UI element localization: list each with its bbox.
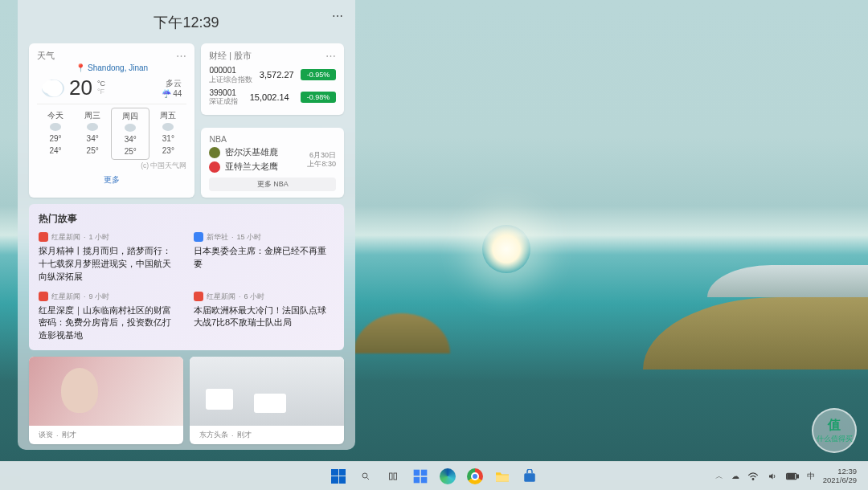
source-badge-icon bbox=[39, 232, 48, 242]
taskbar-tray: ︿ ☁ 中 12:39 2021/6/29 bbox=[704, 468, 868, 485]
stock-row[interactable]: 399001深证成指 15,002.14 -0.98% bbox=[209, 86, 336, 108]
source-badge-icon bbox=[194, 292, 203, 301]
volume-icon[interactable] bbox=[767, 472, 778, 481]
svg-line-1 bbox=[367, 477, 370, 480]
team-logo-icon bbox=[209, 161, 220, 173]
watermark-badge: 值 什么值得买 bbox=[812, 408, 857, 453]
wallpaper-grass bbox=[643, 297, 868, 370]
change-badge: -0.98% bbox=[301, 92, 336, 103]
svg-rect-12 bbox=[796, 475, 798, 478]
game-time: 6月30日上午8:30 bbox=[307, 151, 336, 169]
weather-condition-icon bbox=[42, 80, 64, 97]
svg-rect-8 bbox=[496, 475, 509, 481]
stocks-title: 财经 | 股市 bbox=[209, 51, 252, 62]
taskbar-center bbox=[327, 465, 541, 488]
forecast-day[interactable]: 周三34°25° bbox=[74, 108, 111, 160]
change-badge: -0.95% bbox=[301, 69, 336, 80]
svg-rect-4 bbox=[414, 469, 420, 476]
story-item[interactable]: 新华社 · 15 小时 日本奥委会主席：金牌已经不再重要 bbox=[194, 232, 334, 284]
news-tiles: 谈资 · 刚才 东方头条 · 刚才 bbox=[29, 357, 344, 444]
weather-location: 📍 Shandong, Jinan bbox=[37, 63, 186, 72]
svg-rect-2 bbox=[390, 473, 393, 480]
battery-icon[interactable] bbox=[786, 472, 799, 480]
weather-condition: 多云 ☔ 44 bbox=[162, 78, 182, 98]
weather-attribution: (c) 中国天气网 bbox=[37, 161, 186, 171]
stocks-card[interactable]: 财经 | 股市 ⋯ 000001上证综合指数 3,572.27 -0.95% 3… bbox=[201, 43, 344, 115]
svg-rect-7 bbox=[421, 476, 428, 483]
wifi-icon[interactable] bbox=[747, 472, 759, 481]
stock-row[interactable]: 000001上证综合指数 3,572.27 -0.95% bbox=[209, 63, 336, 86]
onedrive-icon[interactable]: ☁ bbox=[731, 472, 739, 480]
wallpaper-grass bbox=[354, 313, 450, 353]
stocks-options-icon[interactable]: ⋯ bbox=[326, 50, 336, 62]
svg-rect-3 bbox=[394, 473, 397, 480]
start-button[interactable] bbox=[327, 465, 350, 488]
hot-stories-card: 热门故事 红星新闻 · 1 小时 探月精神丨揽月而归，踏梦而行：十七载探月梦照进… bbox=[29, 204, 344, 351]
svg-rect-5 bbox=[421, 469, 428, 476]
explorer-button[interactable] bbox=[491, 465, 514, 488]
widgets-header: 下午12:39 ⋯ bbox=[29, 10, 344, 37]
widgets-time: 下午12:39 bbox=[154, 14, 219, 31]
taskbar: ︿ ☁ 中 12:39 2021/6/29 bbox=[0, 461, 868, 490]
tray-chevron-icon[interactable]: ︿ bbox=[715, 471, 723, 482]
ime-icon[interactable]: 中 bbox=[807, 471, 815, 482]
nba-title: NBA bbox=[209, 134, 227, 144]
team-logo-icon bbox=[209, 147, 220, 158]
widgets-button[interactable] bbox=[409, 465, 432, 488]
forecast-day[interactable]: 今天29°24° bbox=[37, 108, 74, 160]
store-button[interactable] bbox=[518, 465, 541, 488]
svg-rect-9 bbox=[524, 473, 535, 482]
wallpaper-mountain bbox=[707, 265, 868, 297]
tile-image bbox=[29, 357, 183, 426]
source-badge-icon bbox=[194, 232, 203, 242]
task-view-button[interactable] bbox=[382, 465, 404, 488]
hot-stories-title: 热门故事 bbox=[39, 212, 334, 226]
nba-more-link[interactable]: 更多 NBA bbox=[209, 178, 336, 191]
forecast-day[interactable]: 周五31°23° bbox=[149, 108, 186, 160]
news-tile[interactable]: 东方头条 · 刚才 bbox=[190, 357, 344, 444]
story-item[interactable]: 红星新闻 · 6 小时 本届欧洲杯最大冷门！法国队点球大战7比8不敌瑞士队出局 bbox=[194, 292, 334, 343]
search-button[interactable] bbox=[354, 465, 377, 488]
svg-rect-6 bbox=[414, 476, 420, 483]
weather-forecast: 今天29°24° 周三34°25° 周四34°25° 周五31°23° bbox=[37, 104, 186, 160]
news-tile[interactable]: 谈资 · 刚才 bbox=[29, 357, 183, 444]
nba-card[interactable]: NBA 密尔沃基雄鹿 亚特兰大老鹰 6月30日上午8:30 更多 NBA bbox=[201, 128, 344, 198]
weather-title: 天气 bbox=[37, 51, 55, 62]
svg-rect-13 bbox=[788, 474, 795, 478]
story-item[interactable]: 红星新闻 · 1 小时 探月精神丨揽月而归，踏梦而行：十七载探月梦照进现实，中国… bbox=[39, 232, 179, 284]
weather-options-icon[interactable]: ⋯ bbox=[176, 50, 186, 62]
svg-point-0 bbox=[362, 473, 367, 478]
widgets-settings-icon[interactable]: ⋯ bbox=[332, 10, 344, 22]
story-item[interactable]: 红星新闻 · 9 小时 红星深度｜山东临南村社区的财富密码：免费分房背后，投资数… bbox=[39, 292, 179, 343]
svg-point-10 bbox=[752, 478, 754, 480]
tile-image bbox=[190, 357, 344, 426]
weather-unit: °C °F bbox=[97, 80, 105, 96]
forecast-day-selected[interactable]: 周四34°25° bbox=[111, 108, 149, 160]
weather-temp: 20 bbox=[69, 76, 92, 100]
taskbar-clock[interactable]: 12:39 2021/6/29 bbox=[823, 468, 857, 485]
wallpaper-sun bbox=[482, 225, 530, 273]
weather-card[interactable]: 天气 ⋯ 📍 Shandong, Jinan 20 °C °F 多云 ☔ 44 … bbox=[29, 43, 194, 198]
source-badge-icon bbox=[39, 292, 48, 301]
weather-more-link[interactable]: 更多 bbox=[37, 171, 186, 186]
edge-button[interactable] bbox=[436, 465, 459, 488]
chrome-button[interactable] bbox=[464, 465, 486, 488]
widgets-panel: 下午12:39 ⋯ 天气 ⋯ 📍 Shandong, Jinan 20 °C °… bbox=[18, 0, 355, 450]
